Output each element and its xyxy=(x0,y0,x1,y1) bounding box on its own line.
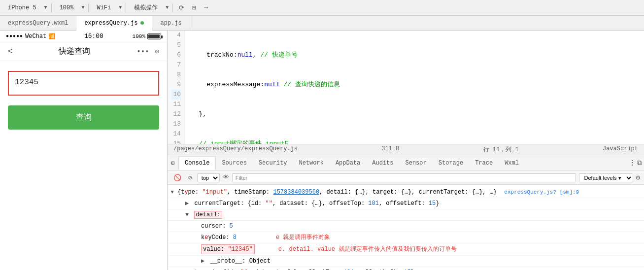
device-selector[interactable]: iPhone 5 xyxy=(4,3,40,12)
arrow-right-icon[interactable]: → xyxy=(202,3,210,12)
phone-record-icon[interactable]: ⊙ xyxy=(155,47,159,56)
value-box: value: "12345" xyxy=(201,244,255,254)
phone-nav-back-icon[interactable]: < xyxy=(8,47,13,56)
pause-exceptions-icon[interactable]: ⊘ xyxy=(186,173,194,183)
main-area: ●●●●● WeChat 📶 16:00 100% < 快递查询 ••• ⊙ 1 xyxy=(0,31,644,270)
top-toolbar: iPhone 5 ▼ 100% ▼ WiFi ▼ 模拟操作 ▼ ⟳ ⊟ → xyxy=(0,0,644,16)
keycode-text: keyCode: 8 xyxy=(201,233,237,242)
network-dropdown-icon[interactable]: ▼ xyxy=(119,5,122,10)
tab-sensor[interactable]: Sensor xyxy=(400,157,433,169)
tab-label: expressQuery.js xyxy=(84,20,137,27)
tab-network[interactable]: Network xyxy=(293,157,329,169)
tab-audits[interactable]: Audits xyxy=(366,157,399,169)
code-line-7: // input绑定的事件 inputE xyxy=(191,139,638,144)
phone-status-bar: ●●●●● WeChat 📶 16:00 100% xyxy=(0,31,167,42)
tab-console[interactable]: Console xyxy=(178,156,216,170)
devtools-panel: ⊡ Console Sources Security Network AppDa… xyxy=(168,155,644,270)
network-selector[interactable]: WiFi xyxy=(93,3,115,12)
expand-arrow-main[interactable]: ▶ xyxy=(168,191,176,194)
console-area: ▶ {type: "input", timeStamp: 15783840395… xyxy=(168,185,644,270)
phone-nav-bar: < 快递查询 ••• ⊙ xyxy=(0,42,167,61)
tab-expressquery-js[interactable]: expressQuery.js xyxy=(76,16,152,31)
tab-wxml[interactable]: Wxml xyxy=(499,157,525,169)
context-selector[interactable]: top xyxy=(197,173,220,182)
status-time: 16:00 xyxy=(84,33,103,40)
phone-content: 12345 查询 xyxy=(0,61,167,270)
editor-panel: 4 5 6 7 8 9 10 11 12 13 14 15 trackNo:nu… xyxy=(168,31,644,270)
devtools-toolbar: 🚫 ⊘ top 👁 Default levels ▾ ⚙ xyxy=(168,171,644,185)
status-lang: JavaScript xyxy=(603,145,638,154)
annotation-e: e 就是调用事件对象 xyxy=(276,233,330,242)
battery-bar xyxy=(147,34,161,39)
wechat-label: WeChat xyxy=(25,33,46,40)
phone-nav-icons: ••• ⊙ xyxy=(136,47,159,56)
tab-trace[interactable]: Trace xyxy=(469,157,499,169)
tab-app-js[interactable]: app.js xyxy=(152,16,190,30)
filter-input[interactable] xyxy=(232,173,576,182)
separator xyxy=(51,3,52,12)
tab-expressquery-wxml[interactable]: expressQuery.wxml xyxy=(0,16,76,30)
annotation-detail: e. detail. value 就是绑定事件传入的值及我们要传入的订单号 xyxy=(278,245,457,254)
rotate-icon[interactable]: ⟳ xyxy=(177,3,186,13)
settings-icon[interactable]: ⚙ xyxy=(636,173,640,182)
separator3 xyxy=(126,3,126,12)
console-object-line[interactable]: ▶ {type: "input", timeStamp: 15783840395… xyxy=(168,187,644,198)
code-area: 4 5 6 7 8 9 10 11 12 13 14 15 trackNo:nu… xyxy=(168,31,644,144)
battery-percent: 100% xyxy=(133,34,145,39)
expand-arrow-proto[interactable]: ▶ xyxy=(201,258,204,265)
expand-arrow-detail[interactable]: ▼ xyxy=(185,211,189,218)
console-target[interactable]: ▶ target: {id: "", dataset: {…}, offsetT… xyxy=(168,267,644,270)
console-value: value: "12345" e. detail. value 就是绑定事件传入… xyxy=(168,243,644,256)
status-left: ●●●●● WeChat 📶 xyxy=(6,33,55,40)
phone-input-value: 12345 xyxy=(15,78,38,87)
phone-more-icon[interactable]: ••• xyxy=(136,48,149,56)
console-detail-header[interactable]: ▼ detail: xyxy=(168,209,644,221)
tab-appdata[interactable]: AppData xyxy=(330,157,366,169)
separator2 xyxy=(88,3,89,12)
tab-security[interactable]: Security xyxy=(253,157,293,169)
devtools-pointer-icon[interactable]: ⊡ xyxy=(169,160,176,167)
detail-label: detail: xyxy=(194,211,222,219)
devtools-more-icon[interactable]: ⋮ xyxy=(629,159,635,167)
simulate-selector[interactable]: 模拟操作 xyxy=(130,2,162,13)
phone-input-display: 12345 xyxy=(8,71,159,96)
console-cursor: cursor: 5 xyxy=(168,221,644,232)
zoom-dropdown-icon[interactable]: ▼ xyxy=(81,5,84,10)
tab-modified-dot xyxy=(140,21,144,25)
code-line-4: trackNo:null, // 快递单号 xyxy=(191,50,638,60)
status-right: 100% xyxy=(133,34,161,39)
phone-nav-title: 快递查询 xyxy=(13,46,137,57)
code-line-6: }, xyxy=(191,109,638,119)
device-dropdown-icon[interactable]: ▼ xyxy=(44,5,47,10)
status-bar: /pages/expressQuery/expressQuery.js 311 … xyxy=(168,144,644,155)
separator4 xyxy=(172,3,173,12)
clear-console-icon[interactable]: 🚫 xyxy=(171,173,183,183)
simulate-dropdown-icon[interactable]: ▼ xyxy=(166,5,169,10)
eye-icon[interactable]: 👁 xyxy=(223,174,229,181)
line-numbers: 4 5 6 7 8 9 10 11 12 13 14 15 xyxy=(168,31,185,144)
wifi-icon: 📶 xyxy=(48,33,55,39)
status-size: 311 B xyxy=(381,145,399,154)
status-position: 行 11，列 1 xyxy=(483,145,519,154)
zoom-selector[interactable]: 100% xyxy=(56,3,78,12)
levels-selector[interactable]: Default levels ▾ xyxy=(579,173,633,182)
expand-arrow-ct[interactable]: ▶ xyxy=(185,200,189,207)
console-source-link[interactable]: expressQuery.js? [sm]:9 xyxy=(504,189,579,195)
console-current-target[interactable]: ▶ currentTarget: {id: "", dataset: {…}, … xyxy=(168,198,644,209)
battery-fill xyxy=(148,34,160,38)
console-proto-detail[interactable]: ▶ __proto__: Object xyxy=(168,256,644,267)
query-button[interactable]: 查询 xyxy=(8,105,159,130)
console-keycode: keyCode: 8 e 就是调用事件对象 xyxy=(168,232,644,243)
devtools-undock-icon[interactable]: ⧉ xyxy=(637,159,642,167)
phone-panel: ●●●●● WeChat 📶 16:00 100% < 快递查询 ••• ⊙ 1 xyxy=(0,31,168,270)
current-target-text: currentTarget: {id: "", dataset: {…}, of… xyxy=(194,200,439,207)
code-content: trackNo:null, // 快递单号 expressMessage:nul… xyxy=(185,31,644,144)
status-path: /pages/expressQuery/expressQuery.js xyxy=(173,145,298,154)
tab-sources[interactable]: Sources xyxy=(216,157,252,169)
tab-label: expressQuery.wxml xyxy=(8,20,68,27)
split-icon[interactable]: ⊟ xyxy=(190,3,198,13)
signal-dots: ●●●●● xyxy=(6,34,23,39)
console-object-text: {type: "input", timeStamp: 1578384039560… xyxy=(177,189,497,196)
tab-storage[interactable]: Storage xyxy=(433,157,469,169)
code-line-5: expressMessage:null // 查询快递的信息 xyxy=(191,80,638,90)
